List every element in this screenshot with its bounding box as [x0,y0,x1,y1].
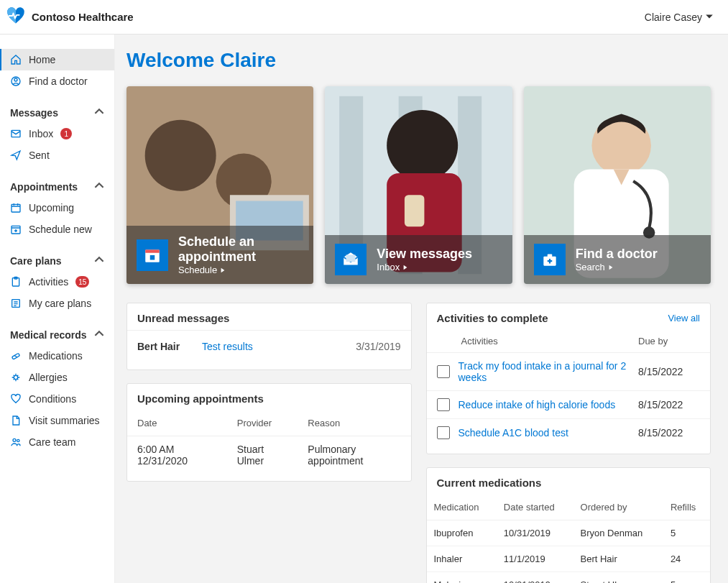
medications-table: Medication Date started Ordered by Refil… [427,495,711,583]
activity-name[interactable]: Reduce intake of high calorie foods [459,399,630,410]
sidebar-item-conditions[interactable]: Conditions [0,388,114,410]
col-provider: Provider [227,410,298,436]
cell-date: 10/31/2019 [497,520,573,546]
sidebar-section-messages[interactable]: Messages [0,102,114,123]
document-icon [10,415,22,426]
clipboard-icon [10,276,22,288]
section-label: Care plans [10,255,62,267]
sidebar-label: Home [29,54,55,65]
sidebar-label: Allergies [29,372,68,383]
sidebar-label: Care team [29,436,75,448]
hero-overlay: View messages Inbox [325,235,512,284]
hero-title: Schedule an appointment [178,234,303,265]
sidebar-item-care-team[interactable]: Care team [0,431,114,453]
hero-view-messages[interactable]: View messages Inbox [325,86,512,284]
sidebar-item-find-doctor[interactable]: Find a doctor [0,70,114,92]
activity-checkbox[interactable] [437,398,450,411]
sidebar-section-appointments[interactable]: Appointments [0,176,114,197]
sidebar-item-sent[interactable]: Sent [0,144,114,166]
message-subject[interactable]: Test results [202,341,356,352]
table-row[interactable]: Meloxicam 10/21/2019 Stuart Ulmer 5 [427,572,711,584]
pill-icon [10,350,22,362]
sidebar-label: Conditions [29,393,76,405]
medical-bag-icon [534,244,566,275]
user-menu[interactable]: Claire Casey [645,12,714,23]
cell-refills: 5 [663,572,710,584]
sidebar-section-care-plans[interactable]: Care plans [0,250,114,271]
svg-point-24 [387,110,458,181]
hero-sub: Search [576,262,605,272]
sidebar-item-inbox[interactable]: Inbox 1 [0,123,114,144]
play-icon [608,262,614,272]
card-title: Activities to complete [437,312,548,324]
col-activity: Activities [461,336,639,346]
sidebar-item-medications[interactable]: Medications [0,345,114,367]
sidebar-item-my-care-plans[interactable]: My care plans [0,293,114,314]
chevron-up-icon [94,329,104,341]
sidebar-label: Visit summaries [29,415,100,426]
table-row[interactable]: Inhaler 11/1/2019 Bert Hair 24 [427,546,711,572]
activity-checkbox[interactable] [437,365,450,378]
activity-due: 8/15/2022 [638,427,700,439]
caret-down-icon [705,12,714,23]
allergy-icon [10,372,22,383]
col-date-started: Date started [497,495,573,520]
brand[interactable]: Contoso Healthcare [6,6,134,28]
table-row[interactable]: 6:00 AM 12/31/2020 Stuart Ulmer Pulmonar… [127,436,411,474]
activity-name[interactable]: Track my food intake in a journal for 2 … [459,360,630,383]
col-date: Date [127,410,227,436]
card-title: Upcoming appointments [137,393,264,405]
sidebar-label: Activities [29,276,68,288]
home-icon [10,54,22,65]
cell-ordered: Bryon Denman [573,520,663,546]
cell-refills: 5 [663,520,710,546]
hero-title: Find a doctor [576,247,658,262]
activity-checkbox[interactable] [437,426,450,439]
card-title: Current medications [437,477,542,489]
chevron-up-icon [94,180,104,193]
cell-ordered: Stuart Ulmer [573,572,663,584]
sidebar-item-schedule-new[interactable]: Schedule new [0,219,114,240]
sidebar-label: My care plans [29,298,91,309]
activity-row: Schedule A1C blood test 8/15/2022 [427,418,711,446]
cell-ordered: Bert Hair [573,546,663,572]
hero-find-doctor[interactable]: Find a doctor Search [524,86,711,284]
play-icon [220,265,226,275]
sidebar-item-allergies[interactable]: Allergies [0,367,114,388]
cell-reason: Pulmonary appointment [298,436,410,474]
hero-schedule-appointment[interactable]: Schedule an appointment Schedule [126,86,313,284]
chevron-up-icon [94,254,104,267]
sidebar-section-medical-records[interactable]: Medical records [0,324,114,345]
view-all-link[interactable]: View all [668,313,700,323]
svg-rect-27 [346,255,356,262]
col-refills: Refills [663,495,710,520]
card-unread-messages: Unread messages Bert Hair Test results 3… [126,303,412,370]
send-icon [10,150,22,161]
message-row[interactable]: Bert Hair Test results 3/31/2019 [127,330,411,362]
hero-overlay: Find a doctor Search [524,235,711,284]
svg-point-9 [14,375,17,379]
activity-name[interactable]: Schedule A1C blood test [459,427,630,439]
activity-due: 8/15/2022 [638,399,700,410]
cell-date: 6:00 AM 12/31/2020 [127,436,227,474]
message-from: Bert Hair [137,341,202,352]
calendar-plus-icon [10,224,22,235]
sidebar-label: Upcoming [29,202,74,214]
main-content: Welcome Claire [115,35,728,583]
svg-rect-18 [145,249,160,252]
sidebar-item-activities[interactable]: Activities 15 [0,271,114,293]
svg-point-11 [17,439,19,441]
svg-point-13 [145,120,216,191]
table-row[interactable]: Ibuprofen 10/31/2019 Bryon Denman 5 [427,520,711,546]
heart-logo-icon [6,6,26,28]
col-ordered-by: Ordered by [573,495,663,520]
sidebar-item-upcoming[interactable]: Upcoming [0,197,114,219]
card-medications: Current medications Medication Date star… [426,467,711,583]
heart-icon [10,393,22,405]
sidebar-label: Schedule new [29,224,92,235]
topbar: Contoso Healthcare Claire Casey [0,0,728,35]
sidebar: Home Find a doctor Messages Inbox 1 [0,35,115,583]
sidebar-item-visit-summaries[interactable]: Visit summaries [0,410,114,431]
sidebar-item-home[interactable]: Home [0,49,114,70]
cell-provider: Stuart Ulmer [227,436,298,474]
